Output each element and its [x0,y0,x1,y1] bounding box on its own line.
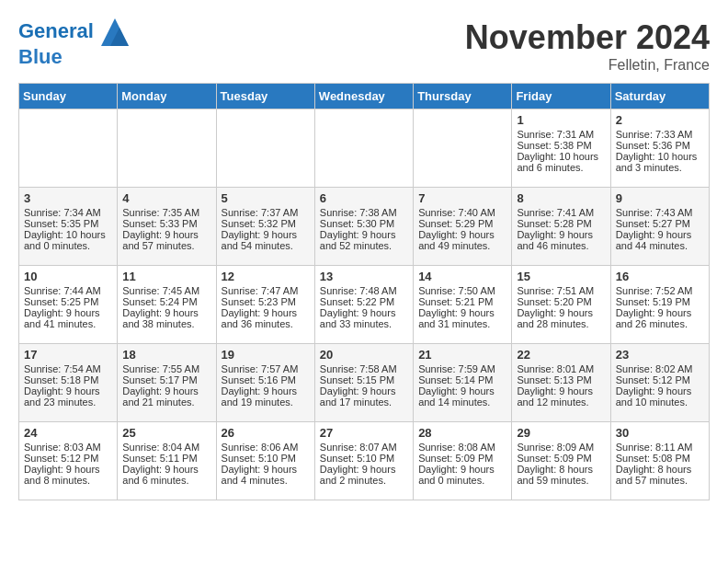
day-info-line: and 57 minutes. [122,240,210,251]
logo: General Blue [18,18,129,68]
day-info-line: and 3 minutes. [616,162,704,173]
calendar-cell: 18Sunrise: 7:55 AMSunset: 5:17 PMDayligh… [118,344,216,422]
day-info-line: Daylight: 9 hours [517,229,605,240]
day-info-line: and 17 minutes. [320,396,408,408]
day-info-line: Sunrise: 7:51 AM [517,285,605,296]
day-info-line: Sunrise: 7:38 AM [320,207,408,218]
day-number: 25 [122,426,210,440]
day-info-line: Sunrise: 8:02 AM [616,363,704,374]
weekday-monday: Monday [118,84,216,109]
day-number: 26 [222,426,310,440]
day-info-line: and 46 minutes. [517,240,605,251]
day-info-line: and 38 minutes. [122,318,210,329]
day-info-line: Sunset: 5:35 PM [24,218,112,229]
calendar-cell [314,109,413,188]
day-number: 14 [418,270,506,283]
calendar-cell: 2Sunrise: 7:33 AMSunset: 5:36 PMDaylight… [610,109,709,188]
day-info-line: Sunset: 5:08 PM [616,453,704,464]
day-number: 19 [222,348,310,362]
day-number: 21 [418,348,506,362]
day-info-line: Sunrise: 7:34 AM [24,207,112,218]
day-info-line: Sunrise: 7:41 AM [517,207,605,218]
day-number: 7 [418,191,506,205]
day-info-line: Sunrise: 7:31 AM [517,129,605,140]
logo-blue-text: Blue [18,46,129,68]
day-info-line: Sunrise: 7:37 AM [222,207,310,218]
day-info-line: Daylight: 9 hours [122,385,210,396]
day-info-line: and 6 minutes. [517,162,605,173]
week-row-5: 24Sunrise: 8:03 AMSunset: 5:12 PMDayligh… [19,422,710,500]
page-header: General Blue November 2024 Felletin, Fra… [18,18,710,74]
day-info-line: Daylight: 9 hours [517,307,605,318]
calendar-cell: 23Sunrise: 8:02 AMSunset: 5:12 PMDayligh… [610,344,709,422]
day-number: 20 [320,348,408,362]
calendar-cell: 29Sunrise: 8:09 AMSunset: 5:09 PMDayligh… [512,422,610,500]
day-number: 8 [517,191,605,205]
day-info-line: Daylight: 9 hours [517,385,605,396]
day-info-line: Sunset: 5:21 PM [418,296,506,307]
day-info-line: Sunrise: 7:57 AM [222,363,310,374]
day-number: 6 [320,191,408,205]
day-info-line: and 33 minutes. [320,318,408,329]
day-number: 27 [320,426,408,440]
calendar-cell: 12Sunrise: 7:47 AMSunset: 5:23 PMDayligh… [216,266,314,344]
calendar-cell: 17Sunrise: 7:54 AMSunset: 5:18 PMDayligh… [19,344,118,422]
day-number: 10 [24,270,112,283]
day-info-line: Sunset: 5:14 PM [418,374,506,385]
day-info-line: Sunset: 5:12 PM [24,453,112,464]
day-number: 22 [517,348,605,362]
calendar-cell: 14Sunrise: 7:50 AMSunset: 5:21 PMDayligh… [414,266,512,344]
day-info-line: and 54 minutes. [222,240,310,251]
calendar-cell: 20Sunrise: 7:58 AMSunset: 5:15 PMDayligh… [314,344,413,422]
day-info-line: Sunset: 5:09 PM [418,453,506,464]
day-info-line: Daylight: 9 hours [122,307,210,318]
day-number: 1 [517,113,605,127]
day-info-line: and 6 minutes. [122,475,210,486]
day-info-line: Sunset: 5:20 PM [517,296,605,307]
day-info-line: Daylight: 9 hours [320,464,408,475]
day-info-line: and 0 minutes. [24,240,112,251]
day-info-line: Sunset: 5:10 PM [320,453,408,464]
day-info-line: Daylight: 9 hours [418,307,506,318]
week-row-2: 3Sunrise: 7:34 AMSunset: 5:35 PMDaylight… [19,188,710,266]
day-info-line: Daylight: 9 hours [222,229,310,240]
day-info-line: Sunrise: 8:09 AM [517,442,605,453]
day-number: 2 [616,113,704,127]
day-info-line: Daylight: 9 hours [418,464,506,475]
day-info-line: and 14 minutes. [418,396,506,408]
day-info-line: Sunset: 5:33 PM [122,218,210,229]
day-number: 11 [122,270,210,283]
calendar-cell: 13Sunrise: 7:48 AMSunset: 5:22 PMDayligh… [314,266,413,344]
day-info-line: Daylight: 9 hours [418,385,506,396]
calendar-cell: 21Sunrise: 7:59 AMSunset: 5:14 PMDayligh… [414,344,512,422]
day-number: 30 [616,426,704,440]
week-row-4: 17Sunrise: 7:54 AMSunset: 5:18 PMDayligh… [19,344,710,422]
day-info-line: and 36 minutes. [222,318,310,329]
day-number: 5 [222,191,310,205]
day-info-line: Sunrise: 8:07 AM [320,442,408,453]
calendar-table: SundayMondayTuesdayWednesdayThursdayFrid… [18,83,710,500]
day-number: 18 [122,348,210,362]
day-info-line: Sunset: 5:28 PM [517,218,605,229]
calendar-cell: 25Sunrise: 8:04 AMSunset: 5:11 PMDayligh… [118,422,216,500]
day-number: 23 [616,348,704,362]
day-info-line: Sunrise: 7:40 AM [418,207,506,218]
day-info-line: Sunset: 5:15 PM [320,374,408,385]
calendar-cell: 7Sunrise: 7:40 AMSunset: 5:29 PMDaylight… [414,188,512,266]
day-info-line: Sunrise: 7:48 AM [320,285,408,296]
day-info-line: Daylight: 9 hours [320,307,408,318]
day-info-line: Sunset: 5:16 PM [222,374,310,385]
day-info-line: and 21 minutes. [122,396,210,408]
day-info-line: Sunset: 5:27 PM [616,218,704,229]
day-info-line: and 2 minutes. [320,475,408,486]
day-info-line: Daylight: 9 hours [122,464,210,475]
day-info-line: and 10 minutes. [616,396,704,408]
day-info-line: Sunset: 5:24 PM [122,296,210,307]
day-info-line: Daylight: 10 hours [24,229,112,240]
day-info-line: Daylight: 8 hours [616,464,704,475]
day-info-line: and 23 minutes. [24,396,112,408]
calendar-cell: 4Sunrise: 7:35 AMSunset: 5:33 PMDaylight… [118,188,216,266]
day-info-line: Daylight: 9 hours [320,229,408,240]
day-info-line: Sunset: 5:19 PM [616,296,704,307]
day-info-line: Sunset: 5:13 PM [517,374,605,385]
